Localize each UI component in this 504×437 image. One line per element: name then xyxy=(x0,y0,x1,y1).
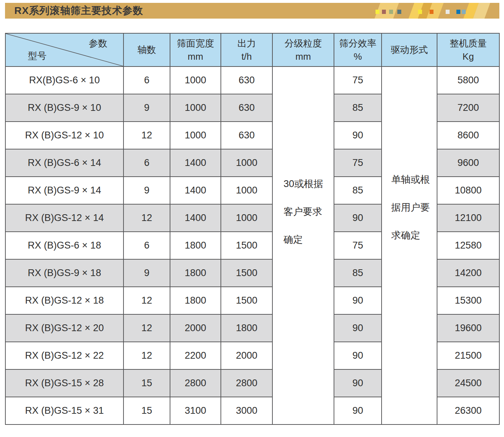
cell-shafts: 12 xyxy=(123,122,170,149)
cell-model: RX (B)GS-12 × 10 xyxy=(5,122,123,149)
header-output: 出力 t/h xyxy=(221,33,272,67)
cell-screen-width: 3100 xyxy=(170,397,221,424)
header-screen-width-unit: mm xyxy=(170,50,220,63)
cell-weight: 14200 xyxy=(437,259,499,287)
header-weight-unit: Kg xyxy=(437,50,499,63)
cell-grading-size-merged-line: 确定 xyxy=(284,226,334,254)
cell-weight: 26300 xyxy=(437,397,499,424)
cell-shafts: 6 xyxy=(123,149,170,177)
cell-output: 630 xyxy=(221,67,272,94)
cell-model: RX (B)GS-9 × 18 xyxy=(5,259,123,287)
cell-screen-width: 1000 xyxy=(170,122,221,149)
cell-output: 630 xyxy=(221,94,272,122)
cell-efficiency: 75 xyxy=(334,232,382,259)
cell-shafts: 12 xyxy=(123,287,170,314)
cell-weight: 12580 xyxy=(437,232,499,259)
cell-weight: 24500 xyxy=(437,369,499,397)
cell-model: RX (B)GS-12 × 20 xyxy=(5,314,123,342)
cell-shafts: 9 xyxy=(123,177,170,204)
cell-efficiency: 75 xyxy=(334,67,382,94)
cell-model: RX(B)GS-6 × 10 xyxy=(5,67,123,94)
cell-weight: 5800 xyxy=(437,67,499,94)
page-title: RX系列滚轴筛主要技术参数 xyxy=(5,3,499,19)
header-drive-type: 驱动形式 xyxy=(382,33,437,67)
cell-weight: 12100 xyxy=(437,204,499,232)
cell-shafts: 9 xyxy=(123,259,170,287)
cell-model: RX (B)GS-12 × 22 xyxy=(5,342,123,369)
cell-efficiency: 85 xyxy=(334,259,382,287)
spec-table: 参数 型号 轴数 筛面宽度 mm 出力 t/h 分级粒度 mm 筛分效率 % xyxy=(5,33,500,425)
header-model-label: 型号 xyxy=(28,50,47,62)
cell-screen-width: 1000 xyxy=(170,94,221,122)
cell-grading-size-merged: 30或根据客户要求确定 xyxy=(272,67,334,424)
cell-efficiency: 90 xyxy=(334,314,382,342)
cell-drive-type-merged-line: 单轴或根 xyxy=(391,166,437,193)
cell-shafts: 12 xyxy=(123,314,170,342)
cell-model: RX (B)GS-9 × 14 xyxy=(5,177,123,204)
cell-efficiency: 85 xyxy=(334,94,382,122)
title-bar: RX系列滚轴筛主要技术参数 xyxy=(5,3,499,19)
cell-shafts: 9 xyxy=(123,94,170,122)
cell-shafts: 6 xyxy=(123,232,170,259)
header-output-unit: t/h xyxy=(221,50,272,63)
cell-output: 2800 xyxy=(221,369,272,397)
cell-model: RX (B)GS-12 × 14 xyxy=(5,204,123,232)
cell-weight: 9600 xyxy=(437,149,499,177)
cell-weight: 15300 xyxy=(437,287,499,314)
header-grading-size: 分级粒度 mm xyxy=(272,33,334,67)
cell-screen-width: 2800 xyxy=(170,369,221,397)
cell-shafts: 15 xyxy=(123,397,170,424)
header-efficiency: 筛分效率 % xyxy=(334,33,382,67)
cell-shafts: 12 xyxy=(123,204,170,232)
cell-shafts: 12 xyxy=(123,342,170,369)
cell-weight: 19600 xyxy=(437,314,499,342)
cell-shafts: 15 xyxy=(123,369,170,397)
cell-efficiency: 90 xyxy=(334,369,382,397)
cell-screen-width: 1000 xyxy=(170,67,221,94)
cell-model: RX (B)GS-6 × 14 xyxy=(5,149,123,177)
cell-output: 1500 xyxy=(221,259,272,287)
cell-weight: 21500 xyxy=(437,342,499,369)
cell-output: 1500 xyxy=(221,287,272,314)
cell-screen-width: 1800 xyxy=(170,287,221,314)
cell-output: 630 xyxy=(221,122,272,149)
cell-drive-type-merged: 单轴或根据用户要求确定 xyxy=(382,67,437,424)
cell-efficiency: 90 xyxy=(334,287,382,314)
cell-screen-width: 1800 xyxy=(170,232,221,259)
cell-output: 3000 xyxy=(221,397,272,424)
cell-output: 1000 xyxy=(221,177,272,204)
header-weight: 整机质量 Kg xyxy=(437,33,499,67)
header-efficiency-unit: % xyxy=(334,50,381,63)
cell-screen-width: 2200 xyxy=(170,342,221,369)
cell-output: 2000 xyxy=(221,342,272,369)
header-drive-type-label: 驱动形式 xyxy=(382,44,437,56)
cell-screen-width: 2000 xyxy=(170,314,221,342)
cell-efficiency: 90 xyxy=(334,204,382,232)
table-row: RX(B)GS-6 × 106100063030或根据客户要求确定75单轴或根据… xyxy=(5,67,499,94)
cell-efficiency: 75 xyxy=(334,149,382,177)
cell-output: 1000 xyxy=(221,204,272,232)
header-weight-label: 整机质量 xyxy=(437,37,499,50)
cell-efficiency: 90 xyxy=(334,342,382,369)
cell-shafts: 6 xyxy=(123,67,170,94)
cell-efficiency: 90 xyxy=(334,122,382,149)
cell-output: 1000 xyxy=(221,149,272,177)
cell-model: RX (B)GS-9 × 10 xyxy=(5,94,123,122)
cell-model: RX (B)GS-15 × 31 xyxy=(5,397,123,424)
cell-weight: 7200 xyxy=(437,94,499,122)
cell-efficiency: 90 xyxy=(334,397,382,424)
header-grading-size-unit: mm xyxy=(273,50,334,63)
header-row: 参数 型号 轴数 筛面宽度 mm 出力 t/h 分级粒度 mm 筛分效率 % xyxy=(5,33,499,67)
header-screen-width: 筛面宽度 mm xyxy=(170,33,221,67)
cell-screen-width: 1800 xyxy=(170,259,221,287)
cell-screen-width: 1400 xyxy=(170,204,221,232)
header-output-label: 出力 xyxy=(221,37,272,50)
header-shafts-label: 轴数 xyxy=(124,44,170,56)
header-grading-size-label: 分级粒度 xyxy=(273,37,334,50)
cell-output: 1500 xyxy=(221,232,272,259)
cell-drive-type-merged-line: 据用户要 xyxy=(391,193,437,221)
cell-drive-type-merged-line: 求确定 xyxy=(391,221,437,249)
cell-grading-size-merged-line: 客户要求 xyxy=(284,198,334,226)
header-parameter-label: 参数 xyxy=(89,37,107,49)
cell-screen-width: 1400 xyxy=(170,149,221,177)
